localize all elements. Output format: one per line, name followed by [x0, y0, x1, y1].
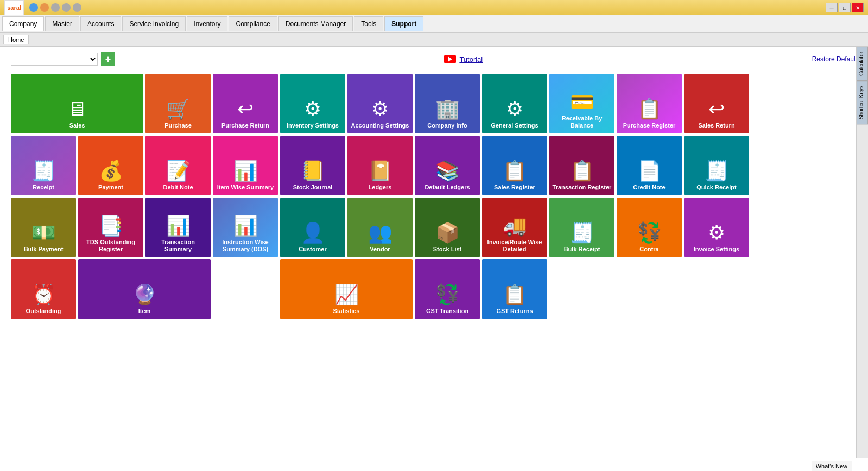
close-button[interactable]: ✕: [852, 3, 864, 12]
purchase-register-icon: 📋: [637, 99, 662, 119]
tab-master[interactable]: Master: [45, 16, 79, 31]
tile-stock-journal[interactable]: 📒 Stock Journal: [280, 136, 345, 195]
tile-default-ledgers[interactable]: 📚 Default Ledgers: [415, 136, 480, 195]
tile-gst-returns[interactable]: 📋 GST Returns: [482, 259, 547, 319]
calculator-button[interactable]: Calculator: [857, 47, 868, 81]
tile-ledgers[interactable]: 📔 Ledgers: [347, 136, 413, 195]
tab-accounts[interactable]: Accounts: [80, 16, 121, 31]
gst-transition-label: GST Transition: [426, 308, 468, 315]
title-icons: [29, 3, 81, 12]
icon-orange: [40, 3, 49, 12]
main-content: + Tutorial Restore Default 🖥 Sales 🛒 Pur…: [0, 47, 868, 471]
company-info-icon: 🏢: [435, 99, 460, 119]
tutorial-link[interactable]: Tutorial: [444, 55, 483, 63]
icon-gray: [51, 3, 60, 12]
credit-note-icon: 📄: [637, 161, 662, 181]
transaction-summary-icon: 📊: [166, 216, 191, 236]
tile-customer[interactable]: 👤 Customer: [280, 198, 345, 257]
tab-tools[interactable]: Tools: [354, 16, 383, 31]
stock-journal-label: Stock Journal: [293, 184, 333, 191]
tab-compliance[interactable]: Compliance: [229, 16, 277, 31]
stock-list-icon: 📦: [435, 223, 460, 243]
tile-general-settings[interactable]: ⚙ General Settings: [482, 74, 547, 133]
tile-purchase-return[interactable]: ↩ Purchase Return: [213, 74, 278, 133]
tile-outstanding[interactable]: ⏰ Outstanding: [11, 259, 76, 319]
minimize-button[interactable]: ─: [826, 3, 838, 12]
company-info-label: Company Info: [427, 122, 467, 129]
tile-tds-outstanding[interactable]: 📑 TDS Outstanding Register: [78, 198, 143, 257]
tile-receipt[interactable]: 🧾 Receipt: [11, 136, 76, 195]
outstanding-icon: ⏰: [31, 285, 56, 304]
tile-invoice-settings[interactable]: ⚙ Invoice Settings: [684, 198, 749, 257]
home-button[interactable]: Home: [3, 35, 29, 44]
tile-vendor[interactable]: 👥 Vendor: [347, 198, 413, 257]
gst-returns-label: GST Returns: [496, 308, 533, 315]
tile-contra[interactable]: 💱 Contra: [617, 198, 682, 257]
payment-icon: 💰: [99, 161, 123, 181]
tile-item[interactable]: 🔮 Item: [78, 259, 211, 319]
tile-company-info[interactable]: 🏢 Company Info: [415, 74, 480, 133]
tile-transaction-register[interactable]: 📋 Transaction Register: [549, 136, 614, 195]
tile-debit-note[interactable]: 📝 Debit Note: [145, 136, 211, 195]
tile-stock-list[interactable]: 📦 Stock List: [415, 198, 480, 257]
maximize-button[interactable]: □: [839, 3, 851, 12]
tile-bulk-payment[interactable]: 💵 Bulk Payment: [11, 198, 76, 257]
sales-return-icon: ↩: [708, 99, 725, 119]
item-label: Item: [138, 308, 151, 315]
tile-inventory-settings[interactable]: ⚙ Inventory Settings: [280, 74, 345, 133]
tab-documents-manager[interactable]: Documents Manager: [278, 16, 353, 31]
tile-transaction-summary[interactable]: 📊 Transaction Summary: [145, 198, 211, 257]
tile-accounting-settings[interactable]: ⚙ Accounting Settings: [347, 74, 413, 133]
tab-inventory[interactable]: Inventory: [187, 16, 227, 31]
default-ledgers-icon: 📚: [435, 161, 460, 181]
tile-item-wise-summary[interactable]: 📊 Item Wise Summary: [213, 136, 278, 195]
tile-receivable-by-balance[interactable]: 💳 Receivable By Balance: [549, 74, 614, 133]
vendor-label: Vendor: [370, 246, 390, 253]
debit-note-label: Debit Note: [163, 184, 193, 191]
payment-label: Payment: [98, 184, 123, 191]
tile-payment[interactable]: 💰 Payment: [78, 136, 143, 195]
tile-sales-register[interactable]: 📋 Sales Register: [482, 136, 547, 195]
invoice-route-icon: 🚚: [503, 216, 527, 236]
tile-invoice-route[interactable]: 🚚 Invoice/Route Wise Detailed: [482, 198, 547, 257]
company-dropdown[interactable]: [11, 53, 98, 66]
tds-icon: 📑: [99, 216, 123, 236]
transaction-register-label: Transaction Register: [553, 184, 612, 191]
inventory-settings-icon: ⚙: [304, 99, 321, 119]
play-triangle: [448, 56, 452, 62]
side-panel: Calculator Shortcut Keys: [856, 47, 868, 458]
tutorial-label: Tutorial: [459, 55, 483, 63]
tile-quick-receipt[interactable]: 🧾 Quick Receipt: [684, 136, 749, 195]
whats-new-button[interactable]: What's New: [812, 461, 852, 471]
tile-credit-note[interactable]: 📄 Credit Note: [617, 136, 682, 195]
tiles-grid: 🖥 Sales 🛒 Purchase ↩ Purchase Return ⚙ I…: [11, 74, 749, 319]
vendor-icon: 👥: [368, 223, 392, 243]
top-row: + Tutorial Restore Default: [11, 52, 857, 66]
toolbar: Home: [0, 33, 868, 47]
top-row-left: +: [11, 52, 115, 66]
tile-bulk-receipt[interactable]: 🧾 Bulk Receipt: [549, 198, 614, 257]
restore-default-link[interactable]: Restore Default: [812, 55, 857, 63]
tile-sales[interactable]: 🖥 Sales: [11, 74, 143, 133]
add-button[interactable]: +: [101, 52, 115, 66]
shortcut-keys-button[interactable]: Shortcut Keys: [857, 81, 868, 124]
tile-gst-transition[interactable]: 💱 GST Transition: [415, 259, 480, 319]
invoice-route-label: Invoice/Route Wise Detailed: [484, 239, 545, 253]
purchase-return-icon: ↩: [237, 99, 254, 119]
tile-statistics[interactable]: 📈 Statistics: [280, 259, 413, 319]
window-controls[interactable]: ─ □ ✕: [826, 3, 864, 12]
tab-support[interactable]: Support: [384, 16, 423, 31]
tab-service-invoicing[interactable]: Service Invoicing: [122, 16, 186, 31]
item-wise-summary-icon: 📊: [233, 161, 258, 181]
tile-sales-return[interactable]: ↩ Sales Return: [684, 74, 749, 133]
sales-return-label: Sales Return: [698, 122, 734, 129]
credit-note-label: Credit Note: [633, 184, 665, 191]
stock-list-label: Stock List: [433, 246, 462, 253]
youtube-icon: [444, 55, 456, 63]
tab-company[interactable]: Company: [2, 16, 44, 31]
tile-purchase[interactable]: 🛒 Purchase: [145, 74, 211, 133]
gst-returns-icon: 📋: [503, 285, 527, 304]
tile-purchase-register[interactable]: 📋 Purchase Register: [617, 74, 682, 133]
ledgers-icon: 📔: [368, 161, 392, 181]
tile-instruction-wise[interactable]: 📊 Instruction Wise Summary (DOS): [213, 198, 278, 257]
